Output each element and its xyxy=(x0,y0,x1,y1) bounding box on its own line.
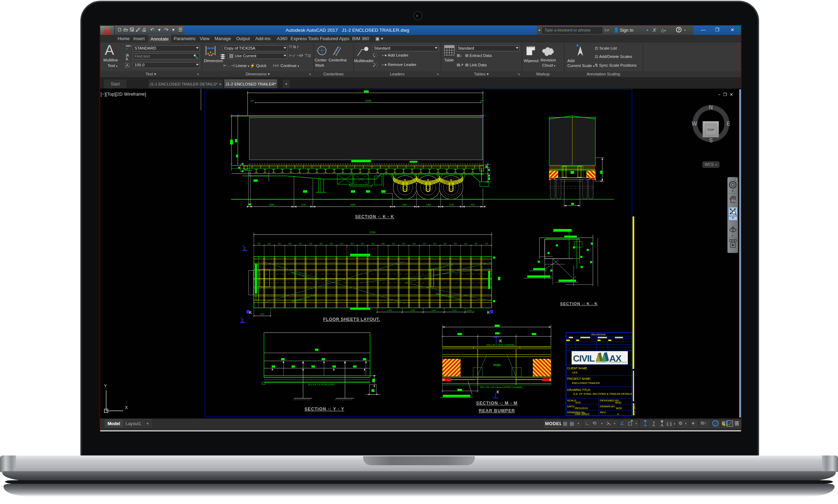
svg-text:200 x 60 x 4mm CHANNEL: 200 x 60 x 4mm CHANNEL xyxy=(486,344,515,346)
svg-text:610: 610 xyxy=(443,243,447,245)
svg-text:610: 610 xyxy=(382,243,385,245)
svg-text:4466: 4466 xyxy=(350,203,355,206)
svg-text:1:1: 1:1 xyxy=(666,422,672,427)
svg-text:0: 0 xyxy=(617,413,619,416)
svg-text:610: 610 xyxy=(361,243,364,245)
svg-text:G.A. OF STEEL SECTIONS & TRAIL: G.A. OF STEEL SECTIONS & TRAILER DETAILS xyxy=(573,392,632,395)
svg-text:1194: 1194 xyxy=(449,203,454,206)
svg-text:DRAWING TITLE:: DRAWING TITLE: xyxy=(567,388,591,392)
svg-text:REVISIONS: REVISIONS xyxy=(591,333,606,336)
svg-text:SECTION -: K - K: SECTION -: K - K xyxy=(560,302,598,306)
svg-text:Z: Z xyxy=(243,246,246,251)
svg-text:13008: 13008 xyxy=(365,99,371,102)
svg-text:ENGINEER'S KNOWLEDGE BASE: ENGINEER'S KNOWLEDGE BASE xyxy=(596,361,627,363)
svg-text:NTS: NTS xyxy=(575,401,581,404)
svg-text:Z: Z xyxy=(241,318,244,323)
svg-text:900: 900 xyxy=(471,203,475,206)
svg-text:610: 610 xyxy=(413,243,416,245)
svg-text:CIVIL: CIVIL xyxy=(573,353,595,364)
svg-text:REAR BUMPER: REAR BUMPER xyxy=(479,408,515,413)
svg-text:CMX 2001/2: CMX 2001/2 xyxy=(575,413,589,416)
svg-text:610: 610 xyxy=(454,243,457,245)
svg-text:610: 610 xyxy=(309,243,313,245)
svg-text:CLIENT NAME:: CLIENT NAME: xyxy=(567,366,588,370)
svg-text:SECTION -: Y - Y: SECTION -: Y - Y xyxy=(304,407,344,412)
svg-text:XXX: XXX xyxy=(572,371,578,374)
svg-text:REV:: REV: xyxy=(600,411,606,414)
svg-text:545: 545 xyxy=(257,243,260,245)
svg-text:K: K xyxy=(499,339,502,343)
svg-text:PROJECT NAME:: PROJECT NAME: xyxy=(567,377,591,380)
svg-text:05/11/2019: 05/11/2019 xyxy=(575,407,588,410)
svg-text:610: 610 xyxy=(392,243,395,245)
svg-text:610: 610 xyxy=(340,243,343,245)
svg-text:300 x 95 x 30 x 8mm LIPPED CH: 300 x 95 x 30 x 8mm LIPPED CHANNEL xyxy=(480,386,523,388)
svg-text:1140: 1140 xyxy=(301,203,306,206)
svg-text:16 x 6 x 7.4 KG/M JOINT.: 16 x 6 x 7.4 KG/M JOINT. xyxy=(308,383,335,386)
svg-text:DRAWN BY:: DRAWN BY: xyxy=(600,405,616,408)
svg-text:610: 610 xyxy=(319,243,323,245)
svg-text:610: 610 xyxy=(268,243,271,245)
svg-text:610: 610 xyxy=(423,243,426,245)
svg-text:610: 610 xyxy=(371,243,374,245)
svg-text:MOD: MOD xyxy=(616,407,622,410)
svg-text:SECTION -: M - M: SECTION -: M - M xyxy=(476,401,518,406)
svg-text:13258: 13258 xyxy=(369,231,375,234)
svg-text:8MM THICK BLACK PLATE: 8MM THICK BLACK PLATE xyxy=(291,271,316,280)
svg-text:Y: Y xyxy=(104,384,107,388)
svg-text:2548: 2548 xyxy=(269,203,274,206)
svg-text:575: 575 xyxy=(250,100,254,102)
svg-text:479: 479 xyxy=(485,243,488,245)
svg-text:ENCLOSED TRAILER: ENCLOSED TRAILER xyxy=(572,381,600,385)
svg-text:K: K xyxy=(487,310,490,314)
svg-text:X: X xyxy=(125,405,128,410)
svg-text:MOD: MOD xyxy=(615,401,622,404)
svg-text:K: K xyxy=(497,390,499,394)
svg-text:610: 610 xyxy=(288,243,292,245)
svg-text:SECTION -: K - K: SECTION -: K - K xyxy=(355,214,394,219)
svg-text:1300: 1300 xyxy=(467,309,472,311)
svg-text:610: 610 xyxy=(402,243,405,245)
svg-text:1536: 1536 xyxy=(387,309,392,311)
svg-text:1360: 1360 xyxy=(426,203,431,206)
svg-text:DATE:: DATE: xyxy=(567,405,575,408)
svg-text:FLOOR SHEETS LAYOUT.: FLOOR SHEETS LAYOUT. xyxy=(323,317,380,322)
svg-text:610: 610 xyxy=(278,243,281,245)
svg-text:1195: 1195 xyxy=(410,309,415,311)
svg-text:1194: 1194 xyxy=(431,309,436,311)
svg-text:K: K xyxy=(249,310,252,314)
svg-text:610: 610 xyxy=(464,243,468,245)
svg-text:1191: 1191 xyxy=(452,309,457,311)
svg-text:610: 610 xyxy=(475,243,478,245)
svg-text:610: 610 xyxy=(330,243,333,245)
svg-text:610: 610 xyxy=(299,243,302,245)
svg-text:610: 610 xyxy=(351,243,354,245)
svg-text:575: 575 xyxy=(480,100,484,102)
svg-text:610: 610 xyxy=(433,243,436,245)
svg-text:915: 915 xyxy=(260,313,264,315)
svg-text:1360: 1360 xyxy=(402,203,407,206)
svg-text:VOID: VOID xyxy=(493,363,501,367)
